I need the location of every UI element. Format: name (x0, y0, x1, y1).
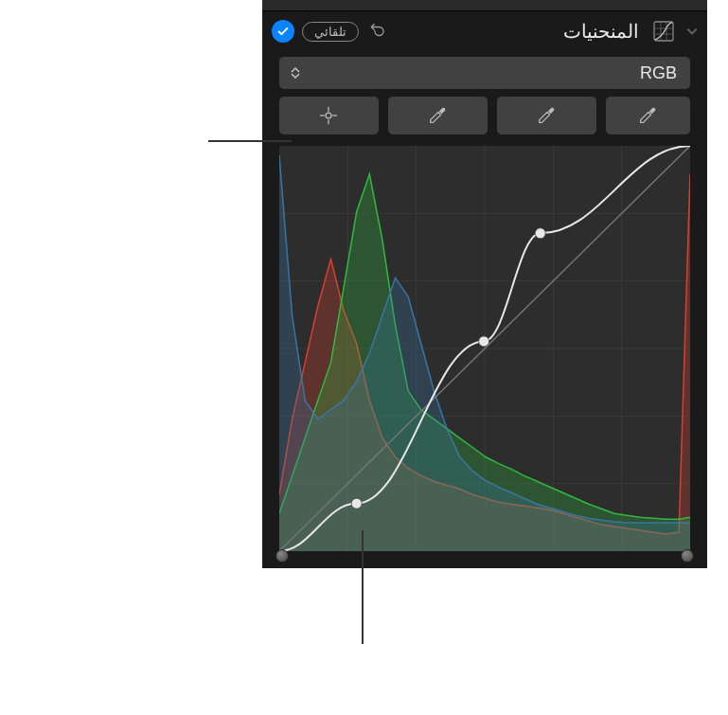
black-point-dropper[interactable] (388, 97, 488, 134)
white-point-handle[interactable] (681, 549, 694, 563)
enable-toggle[interactable] (272, 20, 294, 43)
panel-topstrip (262, 0, 707, 11)
eyedropper-icon (637, 105, 658, 126)
crosshair-icon (318, 105, 339, 126)
svg-rect-0 (654, 22, 673, 41)
svg-point-21 (351, 498, 362, 509)
eyedropper-icon (536, 105, 557, 126)
reset-button[interactable] (366, 20, 389, 43)
stepper-arrows-icon (287, 61, 304, 85)
white-point-dropper[interactable] (606, 97, 690, 134)
chevron-down-icon (686, 27, 698, 35)
curves-panel-icon (652, 20, 675, 43)
undo-icon (369, 23, 386, 40)
callout-line (362, 530, 364, 644)
gray-point-dropper[interactable] (497, 97, 596, 134)
auto-button[interactable]: تلقائي (302, 22, 359, 42)
panel-header: تلقائي المنحنيات (262, 11, 707, 51)
channel-select[interactable]: RGB (279, 57, 690, 89)
curves-svg (279, 146, 690, 551)
curves-canvas[interactable] (279, 146, 690, 551)
eyedropper-icon (427, 105, 448, 126)
check-icon (276, 25, 290, 38)
panel-content: RGB (262, 51, 707, 568)
svg-point-23 (535, 228, 545, 239)
svg-point-22 (479, 336, 489, 347)
picker-tool-row (279, 97, 690, 134)
channel-label: RGB (304, 63, 683, 83)
black-point-handle[interactable] (275, 549, 289, 563)
svg-point-5 (327, 113, 332, 118)
disclosure-triangle[interactable] (686, 25, 698, 38)
add-point-button[interactable] (279, 97, 379, 134)
curves-panel: تلقائي المنحنيات RGB (262, 0, 707, 568)
callout-line (208, 140, 292, 142)
panel-title: المنحنيات (563, 20, 639, 43)
